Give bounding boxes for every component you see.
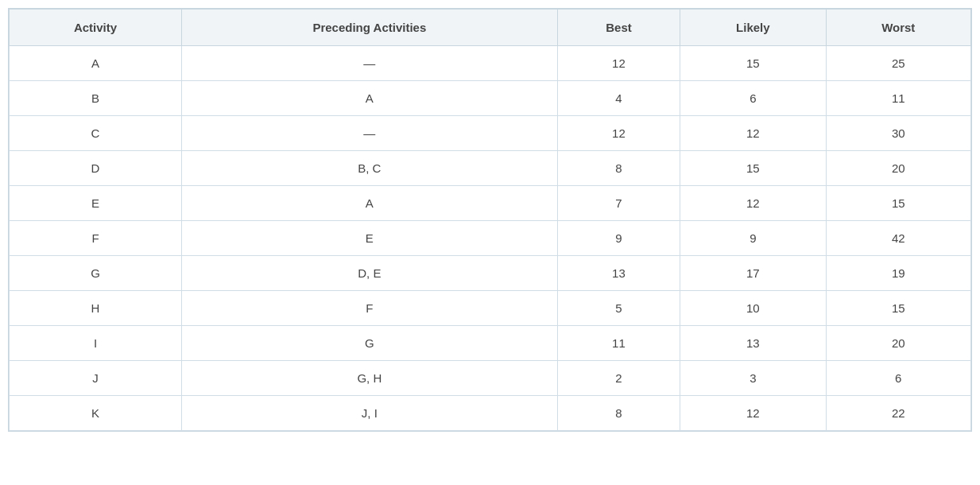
cell-worst: 15: [826, 186, 971, 221]
activity-table-container: Activity Preceding Activities Best Likel…: [8, 8, 972, 432]
cell-activity: A: [10, 46, 182, 81]
cell-likely: 10: [680, 291, 826, 326]
cell-worst: 15: [826, 291, 971, 326]
header-preceding: Preceding Activities: [181, 10, 557, 46]
cell-likely: 12: [680, 116, 826, 151]
cell-worst: 6: [826, 361, 971, 396]
cell-preceding: A: [181, 186, 557, 221]
table-row: JG, H236: [10, 361, 971, 396]
cell-preceding: G: [181, 326, 557, 361]
cell-likely: 15: [680, 46, 826, 81]
cell-best: 7: [557, 186, 680, 221]
table-row: GD, E131719: [10, 256, 971, 291]
cell-preceding: A: [181, 81, 557, 116]
cell-worst: 20: [826, 326, 971, 361]
cell-likely: 15: [680, 151, 826, 186]
cell-best: 2: [557, 361, 680, 396]
cell-preceding: F: [181, 291, 557, 326]
cell-best: 9: [557, 221, 680, 256]
cell-best: 5: [557, 291, 680, 326]
table-row: KJ, I81222: [10, 396, 971, 431]
header-activity: Activity: [10, 10, 182, 46]
cell-activity: B: [10, 81, 182, 116]
cell-best: 8: [557, 151, 680, 186]
cell-likely: 12: [680, 396, 826, 431]
cell-preceding: —: [181, 46, 557, 81]
cell-worst: 11: [826, 81, 971, 116]
cell-likely: 3: [680, 361, 826, 396]
table-row: C—121230: [10, 116, 971, 151]
header-best: Best: [557, 10, 680, 46]
cell-preceding: B, C: [181, 151, 557, 186]
cell-best: 12: [557, 46, 680, 81]
table-row: A—121525: [10, 46, 971, 81]
cell-activity: F: [10, 221, 182, 256]
cell-likely: 12: [680, 186, 826, 221]
cell-worst: 22: [826, 396, 971, 431]
cell-worst: 30: [826, 116, 971, 151]
cell-worst: 19: [826, 256, 971, 291]
header-worst: Worst: [826, 10, 971, 46]
table-row: FE9942: [10, 221, 971, 256]
cell-worst: 20: [826, 151, 971, 186]
table-row: HF51015: [10, 291, 971, 326]
cell-likely: 9: [680, 221, 826, 256]
header-likely: Likely: [680, 10, 826, 46]
cell-worst: 25: [826, 46, 971, 81]
table-row: IG111320: [10, 326, 971, 361]
activity-table: Activity Preceding Activities Best Likel…: [9, 9, 971, 431]
cell-activity: G: [10, 256, 182, 291]
cell-activity: E: [10, 186, 182, 221]
cell-activity: C: [10, 116, 182, 151]
cell-best: 12: [557, 116, 680, 151]
table-body: A—121525BA4611C—121230DB, C81520EA71215F…: [10, 46, 971, 431]
cell-best: 8: [557, 396, 680, 431]
cell-preceding: E: [181, 221, 557, 256]
cell-best: 11: [557, 326, 680, 361]
cell-preceding: —: [181, 116, 557, 151]
cell-worst: 42: [826, 221, 971, 256]
cell-preceding: J, I: [181, 396, 557, 431]
table-header-row: Activity Preceding Activities Best Likel…: [10, 10, 971, 46]
cell-activity: H: [10, 291, 182, 326]
cell-likely: 13: [680, 326, 826, 361]
cell-activity: I: [10, 326, 182, 361]
table-row: DB, C81520: [10, 151, 971, 186]
cell-activity: J: [10, 361, 182, 396]
cell-best: 13: [557, 256, 680, 291]
table-row: BA4611: [10, 81, 971, 116]
cell-likely: 6: [680, 81, 826, 116]
cell-activity: K: [10, 396, 182, 431]
cell-preceding: D, E: [181, 256, 557, 291]
cell-activity: D: [10, 151, 182, 186]
cell-best: 4: [557, 81, 680, 116]
cell-preceding: G, H: [181, 361, 557, 396]
cell-likely: 17: [680, 256, 826, 291]
table-row: EA71215: [10, 186, 971, 221]
